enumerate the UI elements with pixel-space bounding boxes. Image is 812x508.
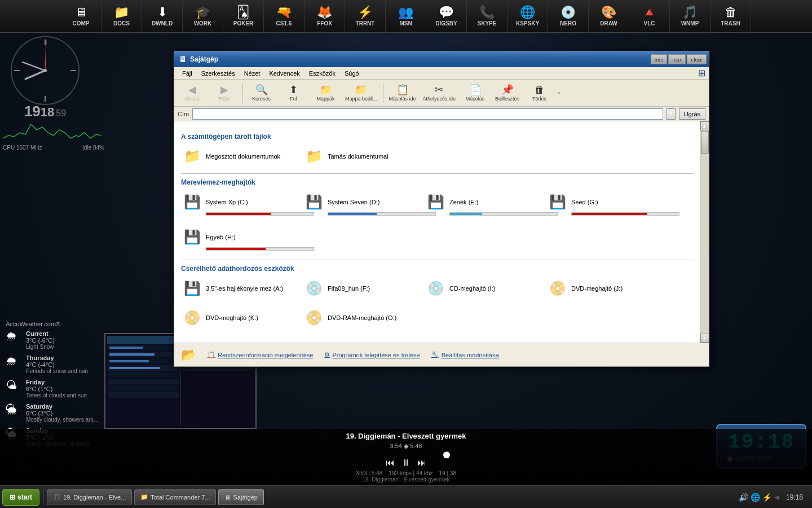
address-value: Sajátgép — [204, 111, 228, 117]
menu-szerkesztes[interactable]: Szerkesztés — [197, 69, 240, 78]
forward-button[interactable]: ▶ Előre — [209, 81, 240, 105]
svg-line-5 — [25, 71, 45, 79]
menu-sugo[interactable]: Súgó — [340, 69, 364, 78]
top-icon-wnmp[interactable]: 🎵 WNMP — [670, 0, 710, 33]
scrollbar-vertical[interactable]: ▲ ▼ — [700, 121, 709, 343]
folders-button[interactable]: 📁 Mappák — [310, 81, 341, 105]
taskbar-top: 🖥 COMP 📁 DOCS ⬇ DWNLD 🎓 WORK 🂡 POKER 🔫 C… — [0, 0, 812, 33]
top-icon-trrnt[interactable]: ⚡ TRRNT — [345, 0, 386, 33]
tray-power-icon[interactable]: ⚡ — [762, 493, 772, 502]
top-icon-cs16[interactable]: 🔫 CS1.6 — [264, 0, 304, 33]
top-icon-trash[interactable]: 🗑 TRASH — [710, 0, 751, 33]
top-icon-ffox[interactable]: 🦊 FFOX — [304, 0, 345, 33]
cpu-info: CPU 1607 MHz Idle 84% — [3, 113, 104, 151]
address-bar: Cím 🖥 Sajátgép ▼ Ugrás — [174, 107, 709, 121]
toolbar-separator-2 — [383, 83, 383, 103]
weather-title: AccuWeather.com® — [6, 321, 135, 327]
drive-h[interactable]: 💾 Egyéb (H:) — [181, 227, 294, 253]
media-info: 3:53 | 5:48 192 kbps | 44 khz 19 | 38 — [356, 470, 456, 476]
maximize-button[interactable]: max — [668, 54, 686, 64]
top-icon-dwnld[interactable]: ⬇ DWNLD — [142, 0, 183, 33]
top-icon-draw[interactable]: 🎨 DRAW — [589, 0, 629, 33]
shared-docs-item[interactable]: 📁 Megosztott dokumentumok — [181, 146, 294, 167]
address-dropdown[interactable]: ▼ — [667, 108, 676, 120]
paste-icon: 📌 — [501, 85, 514, 95]
copy-button[interactable]: 📄 Másolás — [460, 81, 491, 105]
go-button[interactable]: Ugrás — [679, 108, 705, 120]
taskbar-sajatgep-item[interactable]: 🖥 Sajátgép — [218, 489, 263, 505]
media-pause-button[interactable]: ⏸ — [401, 458, 411, 468]
svg-rect-9 — [3, 113, 102, 141]
taskbar-media-icon: 🎵 — [53, 493, 61, 501]
search-button[interactable]: 🔍 Keresés — [246, 81, 277, 105]
top-icon-skype[interactable]: 📞 SKYPE — [467, 0, 508, 33]
folder-settings-button[interactable]: 📁 Mappa beáll... — [342, 81, 380, 105]
drive-d[interactable]: 💾 System Seven (D:) — [303, 192, 416, 218]
toolbar-more[interactable]: » — [556, 81, 562, 105]
taskbar-media-item[interactable]: 🎵 19. Diggieman - Elve... — [47, 489, 132, 505]
top-icon-kspsky[interactable]: 🌐 KSPSKY — [508, 0, 548, 33]
move-here-button[interactable]: ✂ Áthelyezés ide — [420, 81, 459, 105]
drive-o[interactable]: 📀 DVD-RAM-meghajtó (O:) — [303, 308, 416, 328]
drive-f[interactable]: 💿 Fifa08_hun (F:) — [303, 278, 416, 299]
settings-action[interactable]: 🔧 Beállítás módosítása — [431, 351, 499, 358]
top-icon-work[interactable]: 🎓 WORK — [183, 0, 223, 33]
scroll-down-button[interactable]: ▼ — [700, 334, 709, 343]
start-button[interactable]: ⊞ start — [2, 489, 39, 506]
tray-hide-icon[interactable]: ◀ — [774, 493, 779, 501]
top-icon-docs[interactable]: 📁 DOCS — [102, 0, 142, 33]
move-here-icon: ✂ — [435, 85, 443, 95]
media-next-button[interactable]: ⏭ — [417, 458, 426, 468]
svg-rect-28 — [109, 347, 143, 349]
top-icon-comp[interactable]: 🖥 COMP — [61, 0, 102, 33]
taskbar-bottom: ⊞ start 🎵 19. Diggieman - Elve... 📁 Tota… — [0, 485, 812, 508]
taskbar-right: 🔊 🌐 ⚡ ◀ 19:18 — [739, 493, 810, 502]
menu-fajl[interactable]: Fájl — [178, 69, 197, 78]
docs-icon: 📁 — [114, 6, 129, 19]
top-icon-vlc[interactable]: 🔺 VLC — [629, 0, 670, 33]
paste-button[interactable]: 📌 Beillesztés — [492, 81, 523, 105]
trrnt-icon: ⚡ — [358, 6, 373, 19]
taskbar-commander-item[interactable]: 📁 Total Commander 7... — [134, 489, 216, 505]
drive-g-bar — [572, 213, 647, 215]
desktop: 🖥 COMP 📁 DOCS ⬇ DWNLD 🎓 WORK 🂡 POKER 🔫 C… — [0, 0, 812, 508]
top-icon-msn[interactable]: 👥 MSN — [386, 0, 426, 33]
top-icon-digsby[interactable]: 💬 DIGSBY — [426, 0, 467, 33]
drive-g[interactable]: 💾 Seed (G:) — [546, 192, 659, 218]
drive-j[interactable]: 📀 DVD-meghajtó (J:) — [546, 278, 659, 299]
drive-c[interactable]: 💾 System Xp (C:) — [181, 192, 294, 218]
media-prev-button[interactable]: ⏮ — [386, 458, 395, 468]
top-icon-nero[interactable]: 💿 NERO — [548, 0, 589, 33]
window-content: A számítógépen tárolt fájlok 📁 Megosztot… — [174, 121, 709, 343]
install-remove-action[interactable]: ⚙ Programok telepítése és törlése — [324, 351, 420, 358]
window-title-icon: 🖥 — [179, 55, 187, 64]
close-button[interactable]: close — [687, 54, 707, 64]
delete-button[interactable]: 🗑 Törlés — [524, 81, 555, 105]
up-button[interactable]: ⬆ Fel — [278, 81, 309, 105]
system-folder-icon: 📂 — [181, 348, 196, 362]
delete-icon: 🗑 — [535, 85, 545, 95]
tray-network-icon[interactable]: 🌐 — [751, 493, 760, 502]
top-icon-poker[interactable]: 🂡 POKER — [223, 0, 264, 33]
scroll-up-button[interactable]: ▲ — [700, 121, 709, 130]
system-info-action[interactable]: 📋 Rendszerinformáció megjelenítése — [208, 351, 313, 358]
menu-eszkozok[interactable]: Eszközök — [304, 69, 340, 78]
back-button[interactable]: ◀ Vissza — [176, 81, 208, 105]
menu-kedvencek[interactable]: Kedvencek — [264, 69, 304, 78]
drive-i[interactable]: 💿 CD-meghajtó (I:) — [425, 278, 537, 299]
tray-volume-icon[interactable]: 🔊 — [739, 493, 748, 502]
poker-icon: 🂡 — [237, 6, 250, 19]
menu-bar: Fájl Szerkesztés Nézet Kedvencek Eszközö… — [174, 67, 709, 80]
drive-a[interactable]: 💾 3,5"-es hajlékonyle mez (A:) — [181, 278, 294, 299]
drive-k[interactable]: 📀 DVD-meghajtó (K:) — [181, 308, 294, 328]
drive-e[interactable]: 💾 Zenék (E:) — [425, 192, 537, 218]
minimize-button[interactable]: min — [651, 54, 668, 64]
copy-here-button[interactable]: 📋 Másolás ide — [386, 81, 419, 105]
scroll-thumb[interactable] — [701, 131, 709, 154]
user-docs-item[interactable]: 📁 Tamás dokumentumai — [303, 146, 416, 167]
copy-here-icon: 📋 — [396, 85, 409, 95]
menu-nezet[interactable]: Nézet — [240, 69, 265, 78]
folder-settings-icon: 📁 — [355, 85, 367, 95]
scroll-track[interactable] — [700, 130, 709, 334]
shared-docs-icon: 📁 — [183, 148, 201, 164]
